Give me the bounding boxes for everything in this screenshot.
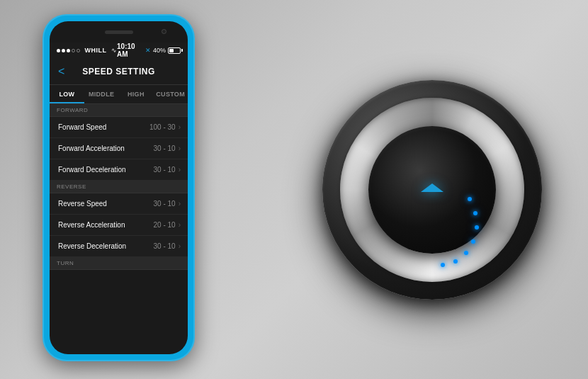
row-label-reverse-speed: Reverse Speed [58,200,107,208]
led-dots-container [354,112,510,268]
row-label-forward-speed: Forward Speed [58,123,106,131]
phone-top-bar [50,21,188,43]
scene: WHILL ∿ 10:10 AM ✕ 40% < [0,0,588,379]
row-value-forward-decel: 30 - 10 › [154,166,181,174]
back-button[interactable]: < [58,65,64,78]
section-header-forward: FORWARD [50,104,188,117]
row-label-forward-accel: Forward Acceleration [58,145,125,152]
tab-low[interactable]: LOW [50,85,84,103]
phone-camera [162,29,166,34]
status-left: WHILL ∿ [57,47,117,54]
list-row-forward-speed[interactable]: Forward Speed 100 - 30 › [50,117,188,138]
list-row-reverse-speed[interactable]: Reverse Speed 30 - 10 › [50,193,188,215]
led-dot-5 [464,251,468,255]
status-right: ✕ 40% [145,47,181,54]
led-dot-1 [468,197,472,201]
row-label-reverse-accel: Reverse Acceleration [58,221,125,229]
phone-inner: WHILL ∿ 10:10 AM ✕ 40% < [50,21,188,354]
status-time: 10:10 AM [117,43,145,58]
row-value-reverse-accel: 20 - 10 › [154,221,181,229]
row-value-forward-speed: 100 - 30 › [149,123,181,131]
signal-dot-1 [57,49,60,52]
chevron-right-icon: › [179,123,181,131]
knob-device [319,77,545,303]
carrier-label: WHILL [85,47,107,54]
battery-percent: 40% [153,47,166,54]
signal-dot-2 [62,49,65,52]
row-label-forward-decel: Forward Deceleration [58,166,126,174]
nav-title: SPEED SETTING [82,67,155,77]
tabs-container: LOW MIDDLE HIGH CUSTOM [50,85,188,104]
row-value-forward-accel: 30 - 10 › [154,145,181,152]
phone-wrapper: WHILL ∿ 10:10 AM ✕ 40% < [43,14,195,361]
tab-high[interactable]: HIGH [119,85,154,103]
chevron-right-icon: › [179,221,181,229]
signal-dot-4 [72,49,75,52]
list-row-forward-accel[interactable]: Forward Acceleration 30 - 10 › [50,138,188,159]
led-dot-4 [471,239,475,244]
led-dot-3 [475,225,479,230]
led-dot-2 [473,211,477,215]
led-dot-6 [453,259,458,264]
tab-middle[interactable]: MIDDLE [84,85,119,103]
signal-dot-3 [67,49,70,52]
chevron-right-icon: › [179,145,181,152]
list-row-reverse-decel[interactable]: Reverse Deceleration 30 - 10 › [50,236,188,257]
chevron-right-icon: › [179,242,181,250]
battery-icon [168,47,181,54]
section-header-reverse: REVERSE [50,181,188,193]
signal-dot-5 [77,49,80,52]
phone-speaker [105,30,133,34]
row-label-reverse-decel: Reverse Deceleration [58,242,126,250]
knob-device-wrapper [298,30,567,349]
nav-bar: < SPEED SETTING [50,58,188,85]
row-value-reverse-speed: 30 - 10 › [154,200,181,208]
list-row-reverse-accel[interactable]: Reverse Acceleration 20 - 10 › [50,215,188,236]
phone-device: WHILL ∿ 10:10 AM ✕ 40% < [43,14,195,361]
battery-fill [169,49,174,52]
led-dot-7 [441,263,445,267]
status-bar: WHILL ∿ 10:10 AM ✕ 40% [50,43,188,58]
list-row-forward-decel[interactable]: Forward Deceleration 30 - 10 › [50,159,188,181]
wifi-icon: ∿ [111,47,117,54]
bluetooth-icon: ✕ [145,47,151,54]
chevron-right-icon: › [179,166,181,174]
section-header-turn: TURN [50,257,188,270]
chevron-right-icon: › [179,200,181,208]
tab-custom[interactable]: CUSTOM [153,85,188,103]
row-value-reverse-decel: 30 - 10 › [154,242,181,250]
